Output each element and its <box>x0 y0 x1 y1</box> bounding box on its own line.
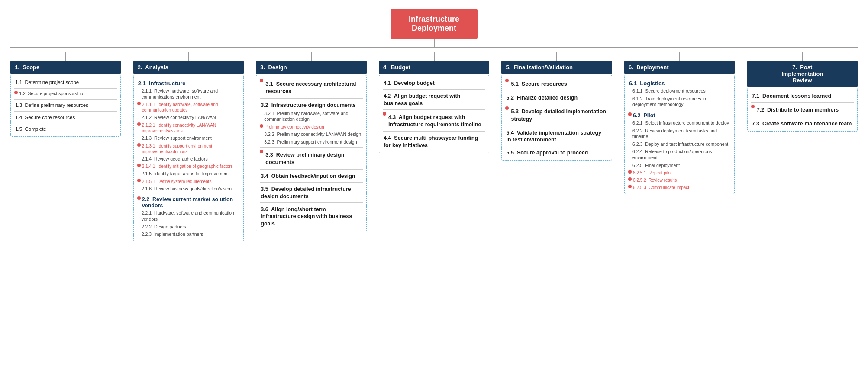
design-3-2: 3.2 Infrastructure design documents <box>260 100 362 110</box>
design-header: 3. Design <box>256 61 366 74</box>
scope-header: 1. Scope <box>10 61 121 74</box>
divider <box>505 91 608 91</box>
analysis-2-1-2-1: 2.1.2.1 Identify connectivity LAN/WAN im… <box>142 122 240 134</box>
design-top-line <box>311 52 312 61</box>
analysis-2-1-5: 2.1.5 Identify target areas for Improvem… <box>137 170 240 178</box>
divider <box>14 99 117 100</box>
dep-6-2-1: 6.2.1 Select infrastructure component to… <box>628 119 731 127</box>
dep-content: 6.1 Logistics 6.1.1 Secure deployment re… <box>624 75 735 194</box>
red-dot <box>628 112 632 116</box>
red-dot <box>137 164 141 167</box>
red-dot <box>137 196 141 200</box>
budget-4-4: 4.4 Secure multi-phase/year funding for … <box>383 133 485 150</box>
design-prelim-conn-row: Preliminary connectivity design <box>260 123 362 131</box>
post-7-1: 7.1 Document lessons learned <box>751 91 854 101</box>
dep-6-2-5-1-row: 6.2.5.1 Repeat pilot <box>628 169 731 177</box>
post-header: 7. PostImplementationReview <box>747 61 858 87</box>
design-3-2-1: 3.2.1 Preliminary hardware, software and… <box>260 110 362 123</box>
fin-5-2: 5.2 Finalize detailed design <box>505 93 608 103</box>
fin-top-line <box>556 52 557 61</box>
column-post: 7. PostImplementationReview 7.1 Document… <box>741 52 864 132</box>
divider <box>14 88 117 89</box>
scope-item-2-row: 1.2 Secure project sponsorship <box>14 90 117 98</box>
analysis-2-1-3: 2.1.3 Review support environment <box>137 135 240 142</box>
analysis-2-1-4-1: 2.1.4.1 Identify mitigation of geographi… <box>142 164 233 169</box>
red-dot <box>260 124 263 128</box>
analysis-2-1-4-1-row: 2.1.4.1 Identify mitigation of geographi… <box>137 163 240 170</box>
dep-6-2-5-1: 6.2.5.1 Repeat pilot <box>633 170 672 176</box>
divider <box>383 89 485 90</box>
dep-header: 6. Deployment <box>624 61 735 74</box>
scope-top-line <box>65 52 66 61</box>
divider <box>260 169 362 170</box>
root-line-down <box>434 39 435 47</box>
fin-5-3: 5.3 Develop detailed implementation stra… <box>510 106 608 124</box>
red-dot <box>383 112 386 116</box>
red-dot <box>137 179 141 182</box>
analysis-2-1-3-1-row: 2.1.3.1 Identify support environment imp… <box>137 142 240 155</box>
red-dot <box>137 102 141 105</box>
scope-item-5: 1.5 Complete <box>14 125 117 134</box>
red-dot <box>260 150 263 153</box>
analysis-2-1-4: 2.1.4 Review geographic factors <box>137 155 240 163</box>
dep-6-2-5-3: 6.2.5.3 Communicate impact <box>633 185 689 190</box>
scope-item-4: 1.4 Secure core resources <box>14 113 117 122</box>
dep-6-2-4: 6.2.4 Release to production/operations e… <box>628 148 731 161</box>
fin-content: 5.1 Secure resources 5.2 Finalize detail… <box>501 75 612 161</box>
column-finalization: 5. Finalization/Validation 5.1 Secure re… <box>495 52 618 161</box>
analysis-header: 2. Analysis <box>133 61 244 74</box>
dep-6-1-header: 6.1 Logistics <box>628 78 731 87</box>
divider <box>14 111 117 112</box>
fin-header: 5. Finalization/Validation <box>501 61 612 74</box>
column-analysis: 2. Analysis 2.1 Infrastructure 2.1.1 Rev… <box>127 52 250 241</box>
design-prelim-conn: Preliminary connectivity design <box>265 124 324 130</box>
design-3-2-3: 3.2.3 Preliminary support environment de… <box>260 138 362 146</box>
budget-4-1: 4.1 Develop budget <box>383 78 485 88</box>
design-3-5: 3.5 Develop detailed infrastructure desi… <box>260 184 362 201</box>
analysis-2-1-5-1: 2.1.5.1 Define system requirements <box>142 179 212 184</box>
column-deployment: 6. Deployment 6.1 Logistics 6.1.1 Secure… <box>618 52 741 194</box>
red-dot <box>628 170 632 174</box>
dep-6-2-5-2-row: 6.2.5.2 Review results <box>628 177 731 184</box>
scope-item-1: 1.1 Determine project scope <box>14 78 117 87</box>
post-content: 7.1 Document lessons learned 7.2 Distrib… <box>747 88 858 132</box>
fin-5-1: 5.1 Secure resources <box>510 79 568 89</box>
column-scope: 1. Scope 1.1 Determine project scope 1.2… <box>4 52 127 137</box>
fin-5-3-row: 5.3 Develop detailed implementation stra… <box>505 106 608 125</box>
analysis-2-2-row: 2.2 Review current market solution vendo… <box>137 196 240 209</box>
divider <box>505 126 608 126</box>
scope-item-2: 1.2 Secure project sponsorship <box>19 91 83 97</box>
budget-header: 4. Budget <box>379 61 489 74</box>
red-dot <box>505 79 509 82</box>
divider <box>383 131 485 132</box>
design-3-6: 3.6 Align long/short term infrastructure… <box>260 204 362 229</box>
post-7-2: 7.2 Distribute to team members <box>756 105 840 115</box>
columns-container: 1. Scope 1.1 Determine project scope 1.2… <box>4 52 864 241</box>
design-3-2-2: 3.2.2 Preliminary connectivity LAN/WAN d… <box>260 131 362 138</box>
dep-6-2-5-3-row: 6.2.5.3 Communicate impact <box>628 184 731 191</box>
analysis-2-1-2: 2.1.2 Review connectivity LAN/WAN <box>137 114 240 122</box>
dep-6-2-5: 6.2.5 Final deployment <box>628 162 731 170</box>
analysis-2-1-6: 2.1.6 Review business goals/direction/vi… <box>137 185 240 193</box>
red-dot <box>505 106 509 110</box>
analysis-2-1-1-1: 2.1.1.1 Identify hardware, software and … <box>142 102 240 113</box>
post-7-2-row: 7.2 Distribute to team members <box>751 104 854 116</box>
column-budget: 4. Budget 4.1 Develop budget 4.2 Align b… <box>373 52 496 153</box>
budget-4-3: 4.3 Align budget request with infrastruc… <box>387 112 485 129</box>
root-container: InfrastructureDeployment <box>4 9 864 48</box>
budget-content: 4.1 Develop budget 4.2 Align budget requ… <box>379 75 489 153</box>
fin-5-4: 5.4 Validate implementation strategy in … <box>505 128 608 145</box>
fin-5-1-row: 5.1 Secure resources <box>505 78 608 90</box>
divider <box>505 104 608 104</box>
analysis-content: 2.1 Infrastructure 2.1.1 Review hardware… <box>133 75 244 241</box>
divider <box>260 202 362 203</box>
red-dot <box>751 105 755 108</box>
divider <box>137 194 240 194</box>
dep-6-2-5-2: 6.2.5.2 Review results <box>633 177 677 183</box>
analysis-2-1-1-1-row: 2.1.1.1 Identify hardware, software and … <box>137 101 240 114</box>
dep-6-2-2: 6.2.2 Review deployment team tasks and t… <box>628 127 731 141</box>
dep-6-2-row: 6.2 Pilot <box>628 112 731 119</box>
red-dot <box>628 185 632 188</box>
design-3-1: 3.1 Secure necessary architectural resou… <box>265 79 362 96</box>
divider <box>505 146 608 146</box>
